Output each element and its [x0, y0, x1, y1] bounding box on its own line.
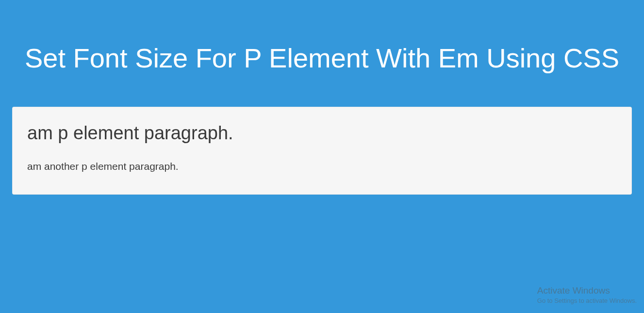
content-card: am p element paragraph. am another p ele…	[12, 107, 632, 195]
page-title: Set Font Size For P Element With Em Usin…	[19, 41, 625, 75]
watermark-subtitle: Go to Settings to activate Windows.	[537, 297, 637, 304]
watermark-title: Activate Windows	[537, 285, 637, 296]
paragraph-large: am p element paragraph.	[27, 123, 617, 144]
windows-activation-watermark: Activate Windows Go to Settings to activ…	[537, 285, 637, 304]
paragraph-small: am another p element paragraph.	[27, 161, 617, 172]
header-container: Set Font Size For P Element With Em Usin…	[0, 0, 644, 107]
